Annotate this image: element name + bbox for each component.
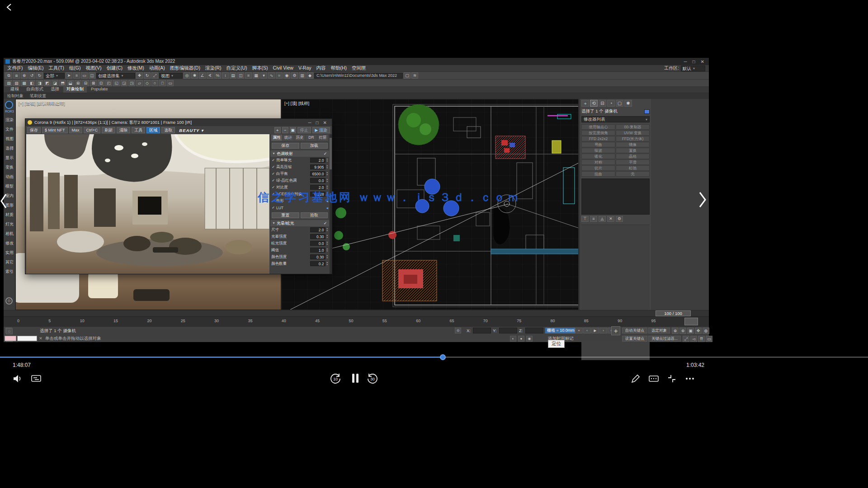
menu-item-空间匣[interactable]: 空间匣	[352, 65, 366, 71]
bloom-section-header[interactable]: ▼光晕/眩光✓	[270, 220, 329, 226]
spinner-icon[interactable]: ▲▼	[326, 228, 328, 232]
dock-item-动画[interactable]: 动画	[4, 172, 15, 182]
viewport-layout-icon[interactable]: ◨	[36, 80, 43, 86]
corona-minimize-icon[interactable]: ─	[308, 120, 311, 125]
container-icon[interactable]: ◳	[128, 80, 135, 86]
rendered-frame-icon[interactable]: ▥	[299, 72, 306, 79]
spinner-icon[interactable]: ▲▼	[326, 248, 328, 252]
angle-snap-icon[interactable]: ∢	[207, 72, 213, 79]
param-value[interactable]: 9.905	[310, 164, 326, 169]
modifier-button-弯曲[interactable]: 弯曲	[581, 142, 615, 147]
back-button[interactable]	[5, 2, 14, 14]
percent-snap-icon[interactable]: %	[214, 72, 221, 79]
go-to-start-icon[interactable]: «	[575, 328, 583, 333]
param-value[interactable]: 0.30	[310, 254, 326, 259]
seek-bar[interactable]	[0, 355, 868, 360]
menu-item-编辑(E)[interactable]: 编辑(E)	[28, 65, 43, 71]
display-tab-icon[interactable]: ▢	[616, 100, 623, 107]
render-production-icon[interactable]: ◆	[307, 72, 313, 79]
rotate-icon[interactable]: ↻	[144, 72, 151, 79]
walkthrough-icon[interactable]: ⇈	[698, 336, 705, 342]
volume-button[interactable]	[11, 372, 24, 385]
dock-item-相机[interactable]: 相机	[4, 229, 15, 239]
render-element-combo[interactable]: BEAUTY ▾	[176, 128, 206, 133]
dock-item-模型[interactable]: 模型	[4, 182, 15, 191]
viewport-top-label[interactable]: [+] [顶] [线框]	[284, 101, 309, 107]
reference-coordinate-combo[interactable]: 视图▾	[159, 73, 183, 79]
corona-tool-Max[interactable]: Max	[69, 127, 82, 133]
modifier-button-使用轴点心[interactable]: 使用轴点心	[581, 124, 615, 130]
asset-tracking-icon[interactable]: ≋	[411, 72, 418, 79]
menu-item-创建(C)[interactable]: 创建(C)	[107, 65, 123, 71]
corona-titlebar[interactable]: Corona 9 (Hotfix 1) | [872×436px (1:1)] …	[25, 119, 332, 126]
transform-type-in-lock-icon[interactable]: ⊝	[455, 328, 461, 333]
layer-explorer-icon[interactable]: ▨	[13, 80, 20, 86]
schematic-view-icon[interactable]: ⌗	[276, 72, 283, 79]
modifier-button-切片[interactable]: 切片	[581, 165, 615, 171]
undo-icon[interactable]: ↺	[28, 72, 35, 79]
menu-item-图形编辑器(D)[interactable]: 图形编辑器(D)	[170, 65, 200, 71]
danmaku-button[interactable]	[30, 372, 42, 385]
material-override-icon[interactable]: ●	[518, 336, 524, 342]
utilities-tab-icon[interactable]: ✱	[624, 100, 632, 107]
pin-stack-icon[interactable]: ⊤	[581, 216, 589, 222]
particle-icon[interactable]: ○	[151, 80, 158, 86]
dock-item-渲染[interactable]: 渲染	[4, 115, 15, 125]
dock-item-视图[interactable]: 视图	[4, 134, 15, 144]
modifier-button-FFD(长方体)[interactable]: FFD(长方体)	[616, 136, 650, 141]
corona-tool-$ Mint NFT[interactable]: $ Mint NFT	[42, 127, 68, 133]
dock-item-变换[interactable]: 变换	[4, 163, 15, 172]
maximize-icon[interactable]: □	[693, 59, 695, 64]
menu-item-渲染(R)[interactable]: 渲染(R)	[205, 65, 222, 71]
forward-30-button[interactable]: 30	[366, 372, 379, 385]
y-coordinate-field[interactable]	[499, 328, 517, 333]
spinner-icon[interactable]: ▲▼	[326, 262, 328, 266]
orbit-icon[interactable]: ◍	[703, 328, 709, 334]
zoom-all-icon[interactable]: ⊛	[679, 328, 686, 334]
dock-item-灯光[interactable]: 灯光	[4, 220, 15, 229]
scale-icon[interactable]: ⤢	[151, 72, 158, 79]
stop-render-button[interactable]: 停止	[297, 127, 311, 133]
mirror-icon[interactable]: ◫	[237, 72, 244, 79]
dock-item-显示[interactable]: 显示	[4, 153, 15, 163]
unlink-selection-icon[interactable]: ⧈	[13, 72, 20, 79]
minimize-icon[interactable]: ─	[684, 59, 687, 64]
grids-icon[interactable]: ⊠	[90, 80, 97, 86]
corona-tool-区域[interactable]: 区域	[146, 127, 160, 133]
adaptive-degradation-icon[interactable]: ◐	[510, 336, 516, 342]
motion-tab-icon[interactable]: ◔	[607, 100, 615, 107]
corona-close-icon[interactable]: ✕	[323, 120, 327, 125]
corona-tab-属性[interactable]: 属性	[271, 135, 282, 141]
spinner-icon[interactable]: ▲▼	[326, 185, 328, 189]
workspace-selector[interactable]: 工作区: 默认▾	[664, 65, 705, 71]
select-by-name-icon[interactable]: ≡	[73, 72, 80, 79]
hierarchy-tab-icon[interactable]: ⊟	[599, 100, 606, 107]
selection-filter-combo[interactable]: 全部▾	[44, 73, 65, 79]
spinner-icon[interactable]: ▲▼	[326, 241, 328, 245]
modifier-button-噪波[interactable]: 噪波	[581, 148, 615, 153]
dock-item-索引[interactable]: 索引	[4, 267, 15, 277]
viewport-perspective-label[interactable]: [+] [透视] [默认明暗处理]	[19, 101, 65, 107]
maxscript-mini-listener-white[interactable]	[17, 336, 37, 341]
menu-item-视图(V)[interactable]: 视图(V)	[86, 65, 102, 71]
modifier-button-置换[interactable]: 置换	[616, 148, 650, 153]
corona-tab-统计[interactable]: 统计	[283, 135, 293, 141]
remove-modifier-icon[interactable]: ✕	[607, 216, 614, 222]
maxscript-mini-listener-pink[interactable]	[5, 336, 16, 341]
auto-key-button[interactable]: 自动关键点	[622, 328, 647, 333]
cloth-icon[interactable]: □	[159, 80, 166, 86]
key-filters-button[interactable]: 关键点过滤器...	[648, 336, 681, 342]
modify-tab-icon[interactable]: ⟲	[590, 100, 598, 107]
corona-save-button[interactable]: 保存	[272, 143, 299, 149]
plugin-badge-icon[interactable]	[5, 101, 13, 109]
corona-tool-选取[interactable]: 选取	[161, 127, 175, 133]
menu-item-组(G)[interactable]: 组(G)	[69, 65, 81, 71]
spinner-icon[interactable]: ▲▼	[326, 172, 328, 176]
mini-listener-close-icon[interactable]: ✕	[39, 335, 42, 342]
zoom-fit-icon[interactable]: ▣	[290, 127, 296, 133]
dock-item-文件[interactable]: 文件	[4, 125, 15, 134]
checkbox-icon[interactable]: ✓	[271, 172, 275, 176]
progressive-display-icon[interactable]: ◉	[526, 336, 533, 342]
modifier-button-锥化[interactable]: 锥化	[581, 154, 615, 159]
select-and-link-icon[interactable]: ⧉	[5, 72, 12, 79]
